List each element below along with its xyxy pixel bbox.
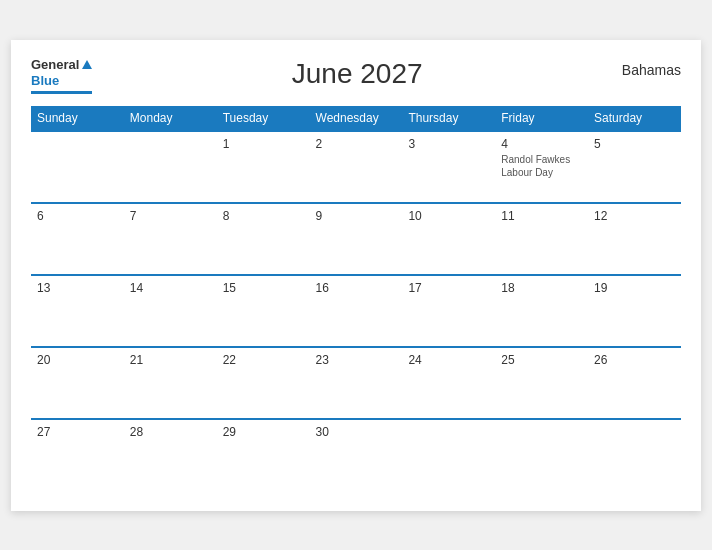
calendar-cell: 28 — [124, 419, 217, 491]
day-number: 29 — [223, 425, 304, 439]
calendar-week-1: 1234Randol Fawkes Labour Day5 — [31, 131, 681, 203]
day-number: 13 — [37, 281, 118, 295]
calendar-cell: 1 — [217, 131, 310, 203]
calendar-cell: 17 — [402, 275, 495, 347]
calendar-title: June 2027 — [292, 58, 423, 90]
calendar-cell: 26 — [588, 347, 681, 419]
calendar-cell: 4Randol Fawkes Labour Day — [495, 131, 588, 203]
day-number: 5 — [594, 137, 675, 151]
calendar-grid: Sunday Monday Tuesday Wednesday Thursday… — [31, 106, 681, 491]
holiday-name: Randol Fawkes Labour Day — [501, 153, 582, 179]
calendar-cell: 14 — [124, 275, 217, 347]
day-number: 8 — [223, 209, 304, 223]
calendar-cell: 27 — [31, 419, 124, 491]
day-number: 23 — [316, 353, 397, 367]
day-number: 22 — [223, 353, 304, 367]
day-number: 14 — [130, 281, 211, 295]
calendar-cell: 16 — [310, 275, 403, 347]
calendar-cell — [402, 419, 495, 491]
calendar-cell: 22 — [217, 347, 310, 419]
calendar-cell: 20 — [31, 347, 124, 419]
calendar-week-4: 20212223242526 — [31, 347, 681, 419]
calendar-week-5: 27282930 — [31, 419, 681, 491]
calendar-cell: 15 — [217, 275, 310, 347]
calendar-cell — [124, 131, 217, 203]
logo-area: General Blue — [31, 58, 92, 94]
header-wednesday: Wednesday — [310, 106, 403, 131]
day-number: 30 — [316, 425, 397, 439]
calendar-cell: 11 — [495, 203, 588, 275]
calendar-cell: 9 — [310, 203, 403, 275]
logo-blue: Blue — [31, 73, 59, 88]
day-number: 7 — [130, 209, 211, 223]
day-number: 20 — [37, 353, 118, 367]
calendar-cell: 6 — [31, 203, 124, 275]
calendar-cell: 10 — [402, 203, 495, 275]
country-label: Bahamas — [622, 58, 681, 78]
day-number: 28 — [130, 425, 211, 439]
calendar-cell: 30 — [310, 419, 403, 491]
day-number: 27 — [37, 425, 118, 439]
day-number: 10 — [408, 209, 489, 223]
calendar-cell: 2 — [310, 131, 403, 203]
day-number: 24 — [408, 353, 489, 367]
header-saturday: Saturday — [588, 106, 681, 131]
calendar-cell: 5 — [588, 131, 681, 203]
logo-triangle-icon — [82, 60, 92, 69]
day-number: 9 — [316, 209, 397, 223]
header-monday: Monday — [124, 106, 217, 131]
calendar-cell: 18 — [495, 275, 588, 347]
logo-underline — [31, 91, 92, 94]
calendar-cell: 3 — [402, 131, 495, 203]
day-number: 6 — [37, 209, 118, 223]
calendar-cell — [495, 419, 588, 491]
header-thursday: Thursday — [402, 106, 495, 131]
calendar-cell — [588, 419, 681, 491]
weekday-header-row: Sunday Monday Tuesday Wednesday Thursday… — [31, 106, 681, 131]
header-tuesday: Tuesday — [217, 106, 310, 131]
day-number: 11 — [501, 209, 582, 223]
calendar-cell: 7 — [124, 203, 217, 275]
day-number: 25 — [501, 353, 582, 367]
calendar-container: General Blue June 2027 Bahamas Sunday Mo… — [11, 40, 701, 511]
calendar-cell: 29 — [217, 419, 310, 491]
calendar-cell: 24 — [402, 347, 495, 419]
day-number: 16 — [316, 281, 397, 295]
day-number: 17 — [408, 281, 489, 295]
calendar-week-2: 6789101112 — [31, 203, 681, 275]
day-number: 19 — [594, 281, 675, 295]
header-sunday: Sunday — [31, 106, 124, 131]
day-number: 12 — [594, 209, 675, 223]
calendar-cell: 23 — [310, 347, 403, 419]
day-number: 1 — [223, 137, 304, 151]
calendar-cell — [31, 131, 124, 203]
calendar-cell: 25 — [495, 347, 588, 419]
day-number: 2 — [316, 137, 397, 151]
day-number: 21 — [130, 353, 211, 367]
day-number: 26 — [594, 353, 675, 367]
day-number: 18 — [501, 281, 582, 295]
day-number: 3 — [408, 137, 489, 151]
calendar-cell: 12 — [588, 203, 681, 275]
calendar-cell: 13 — [31, 275, 124, 347]
calendar-cell: 8 — [217, 203, 310, 275]
day-number: 4 — [501, 137, 582, 151]
calendar-cell: 21 — [124, 347, 217, 419]
header-friday: Friday — [495, 106, 588, 131]
calendar-week-3: 13141516171819 — [31, 275, 681, 347]
header-row: General Blue June 2027 Bahamas — [31, 58, 681, 94]
day-number: 15 — [223, 281, 304, 295]
logo-general: General — [31, 58, 79, 71]
calendar-cell: 19 — [588, 275, 681, 347]
